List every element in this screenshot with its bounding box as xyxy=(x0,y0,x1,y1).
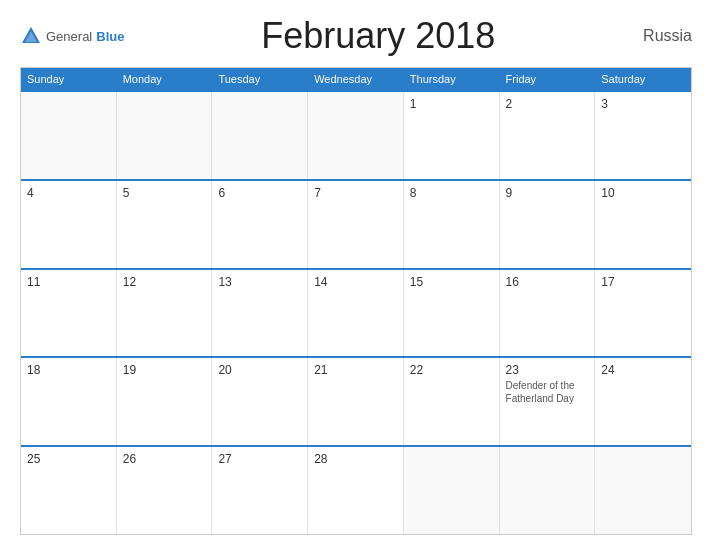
day-number: 2 xyxy=(506,97,589,111)
calendar-cell: 17 xyxy=(595,270,691,357)
calendar-cell xyxy=(595,447,691,534)
day-number: 26 xyxy=(123,452,206,466)
day-number: 13 xyxy=(218,275,301,289)
day-number: 4 xyxy=(27,186,110,200)
calendar-cell: 10 xyxy=(595,181,691,268)
country-label: Russia xyxy=(632,27,692,45)
calendar-cell: 1 xyxy=(404,92,500,179)
calendar-cell: 16 xyxy=(500,270,596,357)
calendar-cell xyxy=(21,92,117,179)
calendar-week-3: 181920212223Defender of the Fatherland D… xyxy=(21,356,691,445)
calendar-cell: 12 xyxy=(117,270,213,357)
calendar-cell: 27 xyxy=(212,447,308,534)
calendar-cell: 28 xyxy=(308,447,404,534)
day-number: 27 xyxy=(218,452,301,466)
day-number: 28 xyxy=(314,452,397,466)
calendar-cell: 9 xyxy=(500,181,596,268)
calendar-cell xyxy=(500,447,596,534)
day-number: 6 xyxy=(218,186,301,200)
calendar-cell: 6 xyxy=(212,181,308,268)
day-number: 7 xyxy=(314,186,397,200)
day-number: 10 xyxy=(601,186,685,200)
calendar-cell xyxy=(212,92,308,179)
calendar-cell: 3 xyxy=(595,92,691,179)
calendar-cell: 25 xyxy=(21,447,117,534)
day-number: 1 xyxy=(410,97,493,111)
calendar-cell: 4 xyxy=(21,181,117,268)
calendar-cell: 15 xyxy=(404,270,500,357)
day-number: 17 xyxy=(601,275,685,289)
calendar-cell: 8 xyxy=(404,181,500,268)
day-number: 3 xyxy=(601,97,685,111)
weekday-wednesday: Wednesday xyxy=(308,68,404,90)
calendar-cell: 5 xyxy=(117,181,213,268)
calendar-cell: 2 xyxy=(500,92,596,179)
event-label: Defender of the Fatherland Day xyxy=(506,379,589,405)
calendar-cell: 24 xyxy=(595,358,691,445)
calendar-week-0: 123 xyxy=(21,90,691,179)
day-number: 12 xyxy=(123,275,206,289)
calendar-cell: 7 xyxy=(308,181,404,268)
weekday-monday: Monday xyxy=(117,68,213,90)
logo-icon xyxy=(20,25,42,47)
logo: General Blue xyxy=(20,25,124,47)
calendar-cell xyxy=(117,92,213,179)
day-number: 24 xyxy=(601,363,685,377)
calendar-cell xyxy=(404,447,500,534)
calendar-cell: 13 xyxy=(212,270,308,357)
day-number: 19 xyxy=(123,363,206,377)
day-number: 21 xyxy=(314,363,397,377)
day-number: 23 xyxy=(506,363,589,377)
weekday-saturday: Saturday xyxy=(595,68,691,90)
calendar-cell: 23Defender of the Fatherland Day xyxy=(500,358,596,445)
calendar-title: February 2018 xyxy=(124,15,632,57)
calendar-cell: 19 xyxy=(117,358,213,445)
weekday-tuesday: Tuesday xyxy=(212,68,308,90)
day-number: 15 xyxy=(410,275,493,289)
day-number: 18 xyxy=(27,363,110,377)
logo-blue: Blue xyxy=(96,29,124,44)
calendar-cell: 21 xyxy=(308,358,404,445)
weekday-sunday: Sunday xyxy=(21,68,117,90)
calendar-cell xyxy=(308,92,404,179)
calendar-cell: 26 xyxy=(117,447,213,534)
day-number: 22 xyxy=(410,363,493,377)
calendar-body: 1234567891011121314151617181920212223Def… xyxy=(21,90,691,534)
day-number: 16 xyxy=(506,275,589,289)
day-number: 25 xyxy=(27,452,110,466)
calendar-cell: 18 xyxy=(21,358,117,445)
day-number: 14 xyxy=(314,275,397,289)
day-number: 8 xyxy=(410,186,493,200)
calendar-week-4: 25262728 xyxy=(21,445,691,534)
calendar-cell: 14 xyxy=(308,270,404,357)
day-number: 5 xyxy=(123,186,206,200)
day-number: 9 xyxy=(506,186,589,200)
calendar: SundayMondayTuesdayWednesdayThursdayFrid… xyxy=(20,67,692,535)
calendar-week-1: 45678910 xyxy=(21,179,691,268)
weekday-thursday: Thursday xyxy=(404,68,500,90)
page: General Blue February 2018 Russia Sunday… xyxy=(0,0,712,550)
calendar-header: SundayMondayTuesdayWednesdayThursdayFrid… xyxy=(21,68,691,90)
day-number: 20 xyxy=(218,363,301,377)
calendar-cell: 11 xyxy=(21,270,117,357)
calendar-week-2: 11121314151617 xyxy=(21,268,691,357)
header: General Blue February 2018 Russia xyxy=(20,15,692,57)
calendar-cell: 20 xyxy=(212,358,308,445)
day-number: 11 xyxy=(27,275,110,289)
calendar-cell: 22 xyxy=(404,358,500,445)
weekday-friday: Friday xyxy=(500,68,596,90)
logo-general: General xyxy=(46,29,92,44)
